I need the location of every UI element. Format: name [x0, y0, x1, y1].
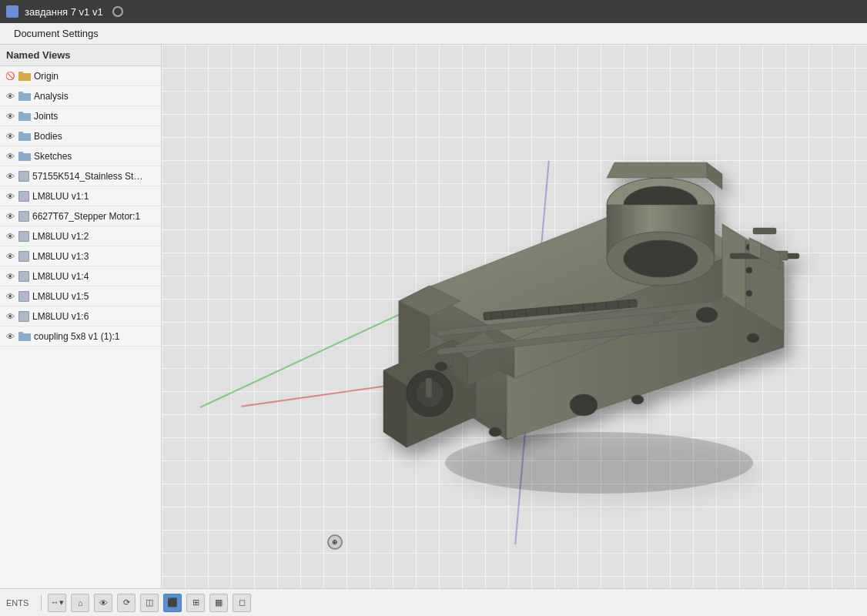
folder-icon-sketches	[18, 151, 31, 161]
sidebar-item-origin[interactable]: 🚫 Origin	[0, 66, 161, 86]
component-icon-ball-bearing	[18, 171, 29, 182]
sidebar-item-analysis[interactable]: 👁 Analysis	[0, 86, 161, 106]
toolbar-label: ENTS	[6, 598, 35, 608]
svg-point-61	[747, 333, 759, 343]
viewport-bottom-controls: ⊕	[327, 534, 343, 550]
folder-icon-bodies	[18, 131, 31, 141]
menu-bar: Document Settings	[0, 23, 867, 45]
sidebar-item-lm8luu-5[interactable]: 👁 LM8LUU v1:5	[0, 286, 161, 306]
svg-point-63	[570, 394, 598, 416]
toolbar-btn-display2[interactable]: ⬛	[163, 594, 182, 612]
sidebar-item-stepper-motor[interactable]: 👁 6627T67_Stepper Motor:1	[0, 206, 161, 226]
svg-marker-24	[607, 162, 715, 178]
sidebar-label-analysis: Analysis	[34, 91, 69, 102]
sidebar-label-lm8luu-4: LM8LUU v1:4	[32, 271, 89, 282]
sidebar-label-lm8luu-2: LM8LUU v1:2	[32, 231, 89, 242]
sidebar-label-sketches: Sketches	[34, 151, 72, 162]
eye-icon-coupling[interactable]: 👁	[5, 331, 15, 342]
sidebar-label-origin: Origin	[34, 71, 59, 82]
3d-model-svg	[306, 85, 845, 532]
sidebar-label-ball-bearing: 57155K514_Stainless Steel Ball B...	[32, 171, 148, 182]
component-icon-lm8luu-5	[18, 291, 29, 302]
sidebar-label-coupling: coupling 5x8 v1 (1):1	[34, 331, 119, 342]
sidebar-item-coupling[interactable]: 👁 coupling 5x8 v1 (1):1	[0, 326, 161, 346]
eye-icon-joints[interactable]: 👁	[5, 111, 15, 122]
sidebar-item-joints[interactable]: 👁 Joints	[0, 106, 161, 126]
svg-rect-7	[18, 132, 23, 135]
toolbar-btn-home[interactable]: ⌂	[71, 594, 89, 612]
sidebar-label-lm8luu-1: LM8LUU v1:1	[32, 191, 89, 202]
svg-rect-9	[18, 152, 23, 155]
3d-model-container	[300, 91, 852, 527]
eye-icon-bodies[interactable]: 👁	[5, 131, 15, 142]
sidebar-item-ball-bearing[interactable]: 👁 57155K514_Stainless Steel Ball B...	[0, 166, 161, 186]
eye-icon-ball-bearing[interactable]: 👁	[5, 171, 15, 182]
sidebar-item-bodies[interactable]: 👁 Bodies	[0, 126, 161, 146]
folder-icon-origin	[18, 71, 31, 81]
toolbar-btn-display1[interactable]: ◫	[140, 594, 159, 612]
svg-rect-39	[426, 378, 432, 397]
eye-icon-lm8luu-2[interactable]: 👁	[5, 231, 15, 242]
sidebar-label-stepper-motor: 6627T67_Stepper Motor:1	[32, 211, 140, 222]
component-icon-lm8luu-3	[18, 251, 29, 262]
svg-point-64	[696, 307, 718, 323]
svg-point-66	[746, 267, 752, 273]
toolbar-btn-display5[interactable]: ◻	[233, 594, 251, 612]
eye-icon-lm8luu-6[interactable]: 👁	[5, 311, 15, 322]
sidebar-item-lm8luu-2[interactable]: 👁 LM8LUU v1:2	[0, 226, 161, 246]
component-icon-lm8luu-4	[18, 271, 29, 282]
eye-icon-origin[interactable]: 🚫	[5, 71, 15, 82]
bottom-toolbar: ENTS ↔▾ ⌂ 👁 ⟳ ◫ ⬛ ⊞ ▦ ◻	[0, 588, 867, 616]
component-icon-lm8luu-1	[18, 191, 29, 202]
eye-icon-lm8luu-4[interactable]: 👁	[5, 271, 15, 282]
svg-rect-29	[753, 228, 776, 234]
component-icon-stepper-motor	[18, 211, 29, 222]
sidebar-section-named-views: Named Views	[0, 45, 161, 66]
component-icon-lm8luu-6	[18, 311, 29, 322]
sidebar-label-lm8luu-3: LM8LUU v1:3	[32, 251, 89, 262]
toolbar-btn-look[interactable]: 👁	[94, 594, 112, 612]
sidebar-label-lm8luu-6: LM8LUU v1:6	[32, 311, 89, 322]
title-bar: завдання 7 v1 v1	[0, 0, 867, 23]
toolbar-btn-move[interactable]: ↔▾	[48, 594, 66, 612]
title-bar-circle[interactable]	[112, 6, 123, 17]
folder-icon-joints	[18, 111, 31, 121]
eye-icon-analysis[interactable]: 👁	[5, 91, 15, 102]
svg-rect-3	[18, 92, 23, 95]
sidebar-item-lm8luu-6[interactable]: 👁 LM8LUU v1:6	[0, 306, 161, 326]
title-bar-text: завдання 7 v1 v1	[25, 6, 103, 18]
sidebar-item-sketches[interactable]: 👁 Sketches	[0, 146, 161, 166]
sidebar-item-lm8luu-3[interactable]: 👁 LM8LUU v1:3	[0, 246, 161, 266]
sidebar-label-bodies: Bodies	[34, 131, 62, 142]
toolbar-separator-1	[41, 595, 42, 611]
sidebar-item-lm8luu-4[interactable]: 👁 LM8LUU v1:4	[0, 266, 161, 286]
eye-icon-stepper-motor[interactable]: 👁	[5, 211, 15, 222]
svg-rect-1	[18, 72, 23, 75]
eye-icon-lm8luu-5[interactable]: 👁	[5, 291, 15, 302]
viewport[interactable]: ⊕	[162, 45, 867, 588]
eye-icon-lm8luu-1[interactable]: 👁	[5, 191, 15, 202]
toolbar-btn-display4[interactable]: ▦	[209, 594, 228, 612]
sidebar-item-lm8luu-1[interactable]: 👁 LM8LUU v1:1	[0, 186, 161, 206]
svg-rect-11	[18, 332, 23, 335]
svg-point-59	[435, 362, 447, 371]
folder-icon-coupling	[18, 331, 31, 341]
svg-rect-5	[18, 112, 23, 115]
app-icon	[6, 5, 18, 18]
eye-icon-lm8luu-3[interactable]: 👁	[5, 251, 15, 262]
svg-point-67	[746, 290, 752, 296]
svg-point-60	[489, 427, 501, 437]
sidebar-label-joints: Joints	[34, 111, 58, 122]
main-content: Named Views 🚫 Origin 👁 Analysis 👁 Joints	[0, 45, 867, 588]
component-icon-lm8luu-2	[18, 231, 29, 242]
sidebar-label-lm8luu-5: LM8LUU v1:5	[32, 291, 89, 302]
document-settings-menu[interactable]: Document Settings	[6, 25, 106, 42]
toolbar-btn-display3[interactable]: ⊞	[186, 594, 205, 612]
eye-icon-sketches[interactable]: 👁	[5, 151, 15, 162]
svg-point-23	[624, 240, 698, 277]
toolbar-btn-orbit[interactable]: ⟳	[117, 594, 136, 612]
sidebar: Named Views 🚫 Origin 👁 Analysis 👁 Joints	[0, 45, 162, 588]
svg-marker-25	[707, 162, 722, 189]
svg-point-62	[631, 395, 644, 404]
expand-icon[interactable]: ⊕	[327, 534, 343, 550]
